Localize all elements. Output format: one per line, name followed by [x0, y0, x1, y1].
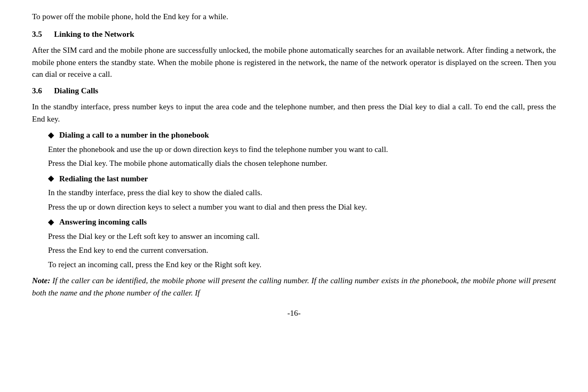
- bullet2-line1: In the standby interface, press the dial…: [48, 187, 556, 199]
- bullet2-line2: Press the up or down direction keys to s…: [48, 201, 556, 213]
- note-paragraph: Note: If the caller can be identified, t…: [32, 275, 556, 299]
- page-number: -16-: [32, 307, 556, 319]
- bullet1-heading: ◆ Dialing a call to a number in the phon…: [48, 129, 556, 141]
- bullet2-heading: ◆ Redialing the last number: [48, 173, 556, 185]
- section36-body: In the standby interface, press number k…: [32, 101, 556, 125]
- bullet1-title: Dialing a call to a number in the phoneb…: [59, 129, 209, 141]
- bullet1-section: ◆ Dialing a call to a number in the phon…: [48, 129, 556, 170]
- section35-heading: 3.5 Linking to the Network: [32, 28, 556, 41]
- bullet2-diamond: ◆: [48, 173, 54, 184]
- bullet3-diamond: ◆: [48, 217, 54, 228]
- note-body: If the caller can be identified, the mob…: [32, 276, 556, 297]
- section35-number: 3.5: [32, 30, 42, 38]
- bullet3-heading: ◆ Answering incoming calls: [48, 216, 556, 228]
- bullet3-line1: Press the Dial key or the Left soft key …: [48, 230, 556, 243]
- bullet2-title: Redialing the last number: [59, 173, 148, 185]
- section35-body: After the SIM card and the mobile phone …: [32, 44, 556, 81]
- bullet3-line3: To reject an incoming call, press the En…: [48, 259, 556, 271]
- bullet3-section: ◆ Answering incoming calls Press the Dia…: [48, 216, 556, 270]
- note-label: Note:: [32, 276, 50, 285]
- bullet1-line2: Press the Dial key. The mobile phone aut…: [48, 157, 556, 170]
- bullet2-section: ◆ Redialing the last number In the stand…: [48, 173, 556, 213]
- section36-title: Dialing Calls: [54, 86, 98, 95]
- section36-heading: 3.6 Dialing Calls: [32, 85, 556, 97]
- bullet3-title: Answering incoming calls: [59, 216, 147, 228]
- bullet3-line2: Press the End key to end the current con…: [48, 244, 556, 257]
- bullet1-line1: Enter the phonebook and use the up or do…: [48, 143, 556, 156]
- section36-number: 3.6: [32, 86, 42, 95]
- intro-text: To power off the mobile phone, hold the …: [32, 11, 556, 23]
- bullet1-diamond: ◆: [48, 130, 54, 141]
- section35-title: Linking to the Network: [54, 30, 134, 38]
